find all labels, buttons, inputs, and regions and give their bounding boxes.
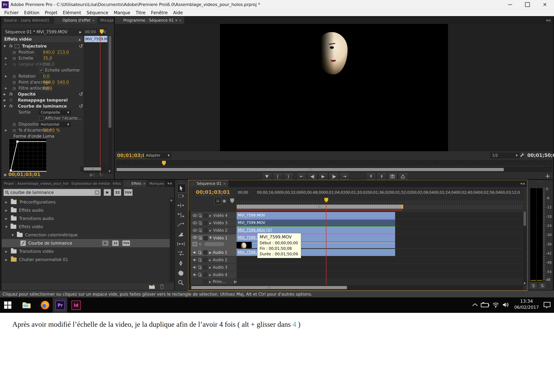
scroll-up-icon[interactable] bbox=[170, 198, 173, 202]
fx-row-echelle-uniforme[interactable]: Echelle uniforme bbox=[3, 67, 83, 73]
clip-video4[interactable]: MVI_7599.MOV bbox=[236, 212, 395, 220]
goto-out-button[interactable] bbox=[339, 172, 350, 180]
effect-vscrollbar[interactable] bbox=[108, 35, 112, 174]
program-mini-ruler[interactable] bbox=[116, 160, 552, 167]
minimize-button[interactable] bbox=[505, 2, 515, 7]
tab-options-effet[interactable]: ⁞⁞ Options d'effet bbox=[54, 17, 97, 24]
fit-dropdown[interactable]: Adapter bbox=[144, 153, 171, 158]
indesign-icon[interactable]: Id bbox=[71, 301, 81, 310]
twirl-icon[interactable] bbox=[5, 250, 7, 253]
file-explorer-icon[interactable] bbox=[22, 301, 31, 309]
track-lock-toggle[interactable] bbox=[203, 250, 208, 255]
toggle-track-output-eye-icon[interactable] bbox=[193, 229, 197, 232]
speaker-icon[interactable] bbox=[193, 258, 197, 262]
tree-transitions-audio[interactable]: Transitions audio bbox=[2, 214, 170, 223]
sync-lock-icon[interactable] bbox=[199, 236, 202, 240]
tool-rolling-edit[interactable] bbox=[177, 212, 185, 218]
twirl-icon[interactable] bbox=[209, 273, 211, 277]
toggle-track-output-eye-icon[interactable] bbox=[193, 214, 197, 217]
luma-curve-graph[interactable] bbox=[9, 139, 47, 172]
menu-edition[interactable]: Edition bbox=[21, 10, 42, 15]
timeline-playhead-line[interactable] bbox=[326, 204, 326, 285]
value-field[interactable]: 640,0 bbox=[43, 50, 55, 55]
tab-projet[interactable]: Projet : Assemblage_videos_pour_holos bbox=[1, 180, 69, 187]
tool-slip[interactable] bbox=[177, 242, 185, 246]
mini-playhead-icon[interactable] bbox=[100, 29, 104, 34]
track-content-video3[interactable]: MVI_7599.MOV bbox=[236, 219, 523, 226]
twirl-open-icon[interactable] bbox=[209, 236, 212, 239]
menu-fichier[interactable]: Fichier bbox=[2, 10, 21, 15]
fx-row-echelle[interactable]: Echelle 35,0 bbox=[3, 55, 83, 61]
timeline-current-timecode[interactable]: 00;01;03;01 bbox=[196, 189, 230, 196]
tray-chevron-icon[interactable] bbox=[472, 303, 478, 307]
step-forward-button[interactable] bbox=[329, 172, 339, 180]
snap-toggle-button[interactable] bbox=[214, 197, 222, 204]
menu-titre[interactable]: Titre bbox=[133, 10, 148, 15]
tree-effets-audio[interactable]: Effets audio bbox=[2, 206, 170, 215]
work-area-track[interactable]: ⁞⁞⁞ bbox=[236, 204, 523, 210]
reset-effect-icon[interactable] bbox=[79, 43, 83, 49]
chevron-down-icon[interactable] bbox=[175, 19, 177, 22]
clip-video3[interactable]: MVI_7599.MOV bbox=[236, 219, 395, 227]
toggle-track-output-eye-icon[interactable] bbox=[193, 236, 197, 239]
fx-row-rotation[interactable]: Rotation 0,0 bbox=[3, 73, 83, 79]
keyframe-navigator[interactable] bbox=[204, 241, 225, 246]
menu-element[interactable]: Elément bbox=[60, 10, 84, 15]
track-content-video2[interactable]: MVI_7599.MOV [V] bbox=[236, 227, 523, 234]
keyframe-diamond-icon[interactable]: ◇ bbox=[199, 242, 201, 246]
export-frame-button[interactable] bbox=[387, 172, 397, 180]
tool-hand[interactable] bbox=[178, 270, 184, 276]
fx-row-ecartement[interactable]: % d'écartement 50,00 % bbox=[3, 127, 83, 133]
twirl-icon[interactable] bbox=[5, 201, 7, 204]
chevron-right-icon[interactable] bbox=[79, 30, 82, 34]
panel-menu-icon[interactable] bbox=[519, 180, 527, 187]
track-lock-toggle[interactable] bbox=[203, 280, 208, 284]
menu-fenetre[interactable]: Fenêtre bbox=[148, 10, 170, 15]
hscroll-thumb[interactable]: ⁞⁞⁞ bbox=[84, 167, 101, 170]
sync-lock-icon[interactable] bbox=[198, 266, 201, 269]
effect-hscrollbar[interactable]: ⁞⁞⁞ bbox=[80, 167, 107, 171]
play-button[interactable] bbox=[318, 172, 328, 180]
timeline-ruler[interactable]: 00;00 00;00;16;00 00;00;32;00 00;00;48;0… bbox=[236, 189, 523, 204]
track-header-video2[interactable]: Vidéo 2 bbox=[191, 227, 238, 234]
tool-slide[interactable] bbox=[177, 251, 185, 256]
tab-explorateur[interactable]: Explorateur de médias bbox=[69, 180, 110, 187]
twirl-open-icon[interactable] bbox=[5, 225, 7, 229]
twirl-icon[interactable] bbox=[209, 280, 211, 283]
battery-icon[interactable] bbox=[481, 302, 490, 308]
stopwatch-icon[interactable] bbox=[13, 122, 16, 126]
tab-sequence-01[interactable]: ⁞⁞ Séquence 01 bbox=[188, 180, 229, 187]
tab-marques[interactable]: Marques bbox=[147, 180, 166, 187]
timeline-vscroll-thumb[interactable] bbox=[524, 211, 526, 226]
value-field[interactable]: 213,0 bbox=[57, 50, 69, 55]
value-field[interactable]: 0,0 bbox=[43, 74, 49, 79]
maximize-button[interactable] bbox=[523, 2, 532, 7]
reset-effect-icon[interactable] bbox=[79, 103, 83, 109]
tool-track-select[interactable] bbox=[178, 194, 184, 198]
tab-programme[interactable]: ⁞⁞ Programme : Séquence 01 bbox=[115, 17, 184, 24]
reset-effect-icon[interactable] bbox=[79, 91, 83, 97]
twirl-icon[interactable] bbox=[4, 92, 6, 96]
tool-ripple-edit[interactable] bbox=[177, 203, 185, 208]
mark-in-button[interactable] bbox=[273, 172, 283, 180]
track-lock-toggle[interactable] bbox=[203, 265, 208, 270]
sync-lock-icon[interactable] bbox=[198, 273, 201, 277]
toggle-track-output-eye-icon[interactable] bbox=[193, 222, 197, 224]
effects-search-box[interactable]: courbe de luminance ✕ bbox=[3, 189, 101, 196]
program-video-frame[interactable] bbox=[220, 24, 448, 151]
track-lock-toggle[interactable] bbox=[203, 213, 208, 218]
solo-left-button[interactable]: S bbox=[530, 283, 537, 289]
panel-menu-icon[interactable] bbox=[166, 180, 174, 187]
tab-mixage-audio[interactable]: Mixage au bbox=[97, 17, 114, 24]
step-back-button[interactable] bbox=[307, 172, 318, 180]
fx-row-filtre[interactable]: Filtre antiscinti... 0,00 bbox=[3, 85, 83, 91]
encore-chapter-marker-icon[interactable] bbox=[222, 198, 226, 203]
stopwatch-icon[interactable] bbox=[13, 74, 16, 78]
tree-effets-video[interactable]: Effets vidéo bbox=[2, 223, 170, 231]
timeline-hscrollbar[interactable]: ⁞⁞⁞ bbox=[188, 285, 523, 290]
work-area-bar[interactable]: ⁞⁞⁞ bbox=[237, 205, 401, 209]
loop-icon[interactable] bbox=[99, 172, 103, 178]
tool-selection[interactable] bbox=[177, 184, 186, 193]
track-lock-toggle[interactable] bbox=[203, 236, 208, 240]
twirl-icon[interactable] bbox=[5, 86, 7, 90]
